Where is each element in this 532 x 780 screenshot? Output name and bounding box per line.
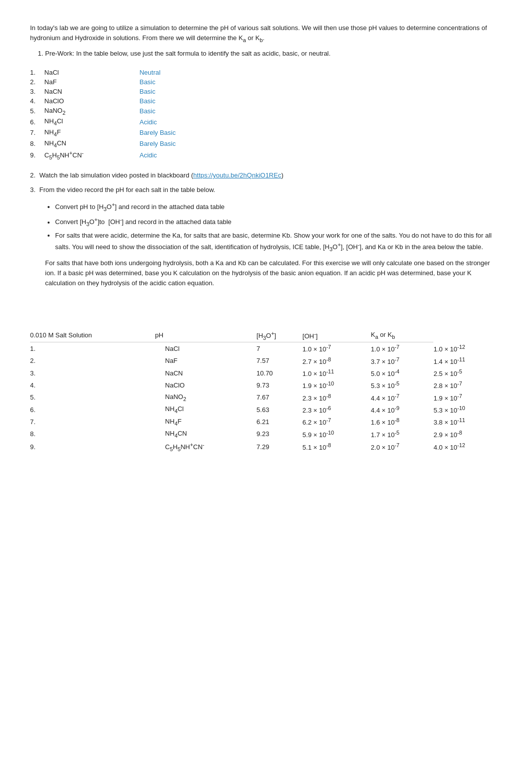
data-row-salt: NaClO	[155, 379, 256, 391]
salt-prediction: Basic	[139, 96, 230, 106]
task2-section: 2. Watch the lab simulation video posted…	[30, 171, 502, 179]
data-row-salt: NH4CN	[155, 428, 256, 440]
salt-prediction: Neutral	[139, 68, 230, 77]
salt-number: 2.	[30, 77, 45, 87]
salt-number: 9.	[30, 149, 45, 161]
salt-prediction: Basic	[139, 77, 230, 87]
data-row-ph: 6.21	[256, 416, 303, 428]
subtask-b: Convert [H3O+]to [OH-] and record in the…	[55, 216, 502, 228]
data-table-container: 0.010 M Salt Solution pH [H3O+] [OH-] Ka…	[30, 329, 502, 454]
data-col-oh: [OH-]	[303, 329, 371, 342]
data-row: 3.NaCN10.701.0 × 10-115.0 × 10-42.5 × 10…	[30, 367, 502, 379]
data-row-ph: 9.23	[256, 428, 303, 440]
data-row-ph: 7.29	[256, 440, 303, 454]
data-row-number: 1.	[30, 342, 155, 355]
data-row-h3o: 1.0 × 10-7	[303, 342, 371, 355]
salt-formula: NH4CN	[45, 138, 140, 149]
salt-formula: NaCl	[45, 68, 140, 77]
data-col-salt: 0.010 M Salt Solution	[30, 329, 155, 342]
data-row-oh: 2.0 × 10-7	[371, 440, 433, 454]
salt-formula: NaNO2	[45, 106, 140, 117]
salt-formula: NaF	[45, 77, 140, 87]
data-row-oh: 1.0 × 10-7	[371, 342, 433, 355]
data-row-k: 4.0 × 10-12	[433, 440, 502, 454]
salt-row: 9.C5H5NH+CN-Acidic	[30, 149, 230, 161]
salt-row: 7.NH4FBarely Basic	[30, 127, 230, 138]
salt-prediction: Basic	[139, 87, 230, 96]
salt-number: 7.	[30, 127, 45, 138]
data-row-salt: NaCl	[155, 342, 256, 355]
salt-row: 2.NaFBasic	[30, 77, 230, 87]
data-col-k: Ka or Kb	[371, 329, 433, 342]
data-row-ph: 7.57	[256, 355, 303, 367]
salt-row: 1.NaClNeutral	[30, 68, 230, 77]
data-row-ph: 9.73	[256, 379, 303, 391]
salt-prediction: Acidic	[139, 149, 230, 161]
salt-formula: NaCN	[45, 87, 140, 96]
data-row-oh: 4.4 × 10-9	[371, 404, 433, 416]
data-row-k: 2.9 × 10-8	[433, 428, 502, 440]
subtask-a: Convert pH to [H3O+] and record in the a…	[55, 201, 502, 213]
data-row-ph: 5.63	[256, 404, 303, 416]
subtask-c: For salts that were acidic, determine th…	[55, 231, 502, 253]
subtask-list: Convert pH to [H3O+] and record in the a…	[55, 201, 502, 253]
data-row-ph: 10.70	[256, 367, 303, 379]
data-row: 9.C5H5NH+CN-7.295.1 × 10-82.0 × 10-74.0 …	[30, 440, 502, 454]
data-row-ph: 7	[256, 342, 303, 355]
data-row-oh: 1.6 × 10-8	[371, 416, 433, 428]
data-row-h3o: 2.3 × 10-6	[303, 404, 371, 416]
data-row-ph: 7.67	[256, 392, 303, 404]
data-row: 1.NaCl71.0 × 10-71.0 × 10-71.0 × 10-12	[30, 342, 502, 355]
data-row-k: 3.8 × 10-11	[433, 416, 502, 428]
salt-number: 8.	[30, 138, 45, 149]
salt-prediction: Barely Basic	[139, 127, 230, 138]
data-row-oh: 3.7 × 10-7	[371, 355, 433, 367]
salt-prediction: Acidic	[139, 116, 230, 127]
data-row-number: 4.	[30, 379, 155, 391]
task3-section: 3. From the video record the pH for each…	[30, 186, 502, 193]
salt-formula: C5H5NH+CN-	[45, 149, 140, 161]
data-col-h3o: [H3O+]	[256, 329, 303, 342]
task1: Pre-Work: In the table below, use just t…	[45, 49, 502, 59]
salt-formula: NH4F	[45, 127, 140, 138]
data-row-h3o: 5.1 × 10-8	[303, 440, 371, 454]
data-row-salt: NaCN	[155, 367, 256, 379]
data-row-number: 3.	[30, 367, 155, 379]
data-row: 8.NH4CN9.235.9 × 10-101.7 × 10-52.9 × 10…	[30, 428, 502, 440]
data-row-h3o: 1.0 × 10-11	[303, 367, 371, 379]
salt-row: 4.NaClOBasic	[30, 96, 230, 106]
data-row-number: 7.	[30, 416, 155, 428]
data-row: 2.NaF7.572.7 × 10-83.7 × 10-71.4 × 10-11	[30, 355, 502, 367]
salt-row: 3.NaCNBasic	[30, 87, 230, 96]
task2-link[interactable]: https://youtu.be/2hQnkiO1REc	[193, 171, 282, 179]
data-row-k: 2.5 × 10-5	[433, 367, 502, 379]
salt-number: 1.	[30, 68, 45, 77]
data-row-h3o: 6.2 × 10-7	[303, 416, 371, 428]
paragraph2: For salts that have both ions undergoing…	[45, 258, 502, 288]
intro-text: In today's lab we are going to utilize a…	[30, 23, 502, 44]
salt-prediction: Barely Basic	[139, 138, 230, 149]
salt-formula: NaClO	[45, 96, 140, 106]
data-row-h3o: 1.9 × 10-10	[303, 379, 371, 391]
salt-formula: NH4Cl	[45, 116, 140, 127]
data-row-number: 5.	[30, 392, 155, 404]
data-row-salt: NaF	[155, 355, 256, 367]
salt-row: 8.NH4CNBarely Basic	[30, 138, 230, 149]
data-row-oh: 5.0 × 10-4	[371, 367, 433, 379]
data-row-k: 1.0 × 10-12	[433, 342, 502, 355]
task-list: Pre-Work: In the table below, use just t…	[45, 49, 502, 59]
data-row-number: 9.	[30, 440, 155, 454]
data-row-oh: 4.4 × 10-7	[371, 392, 433, 404]
salt-number: 4.	[30, 96, 45, 106]
data-row-salt: NaNO2	[155, 392, 256, 404]
data-row-k: 2.8 × 10-7	[433, 379, 502, 391]
data-row-h3o: 5.9 × 10-10	[303, 428, 371, 440]
data-row-h3o: 2.3 × 10-8	[303, 392, 371, 404]
data-row: 6.NH4Cl5.632.3 × 10-64.4 × 10-95.3 × 10-…	[30, 404, 502, 416]
data-row-salt: NH4F	[155, 416, 256, 428]
data-row-k: 5.3 × 10-10	[433, 404, 502, 416]
data-row-k: 1.9 × 10-7	[433, 392, 502, 404]
data-row-salt: C5H5NH+CN-	[155, 440, 256, 454]
data-row: 5.NaNO27.672.3 × 10-84.4 × 10-71.9 × 10-…	[30, 392, 502, 404]
data-row-oh: 5.3 × 10-5	[371, 379, 433, 391]
